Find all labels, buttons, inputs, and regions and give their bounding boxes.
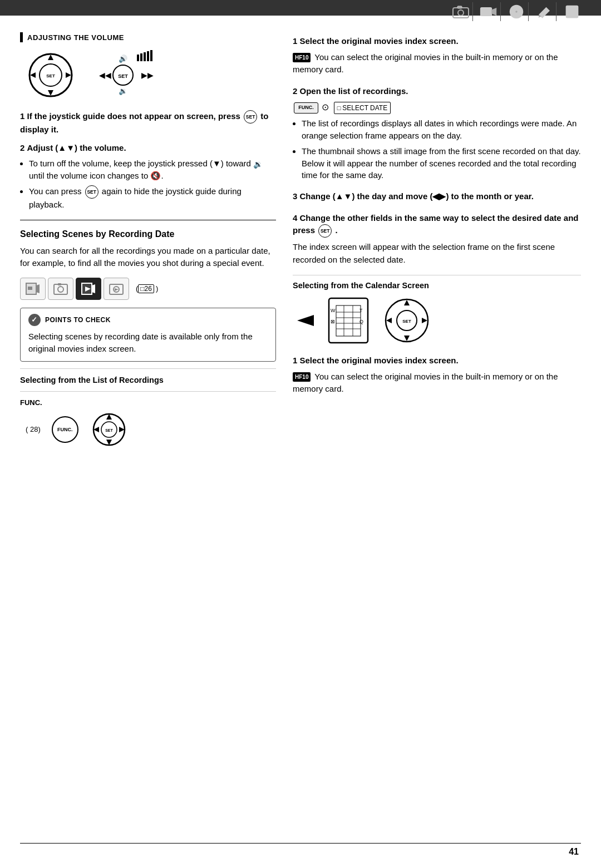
svg-rect-26 — [140, 53, 142, 61]
adjusting-volume-heading: Adjusting the Volume — [20, 32, 276, 42]
page-content: Adjusting the Volume SET 🔊 — [0, 16, 601, 471]
step-1-text: If the joystick guide does not appear on… — [20, 111, 268, 134]
right-step-3-bold: 3 Change (▲▼) the day and move (◀▶) to t… — [293, 190, 581, 203]
mode-icon-playback — [76, 278, 101, 300]
svg-rect-0 — [453, 8, 469, 18]
svg-point-7 — [515, 11, 518, 13]
calendar-diagram: W ⊠ T Q SET — [293, 295, 581, 346]
right-step-4-bold: 4 Change the other fields in the same wa… — [293, 212, 581, 238]
set-btn-step4: SET — [318, 224, 332, 238]
right-step-2-bullets: The list of recordings displays all date… — [302, 117, 581, 181]
right-step-4-body: The index screen will appear with the se… — [293, 241, 581, 266]
func-btn-step2: FUNC. — [294, 102, 318, 114]
joystick-diagram: SET — [26, 50, 76, 100]
svg-rect-33 — [54, 284, 67, 294]
mode-icon-photo — [48, 278, 73, 300]
icon-video-camera — [476, 2, 501, 21]
step-1-volume: 1 If the joystick guide does not appear … — [20, 110, 276, 136]
svg-rect-27 — [144, 52, 146, 61]
set-button-inline: SET — [244, 110, 257, 124]
mute-icon: 🔇 — [150, 171, 161, 180]
right-bullet-1: The list of recordings displays all date… — [302, 117, 581, 142]
svg-rect-32 — [28, 287, 32, 290]
left-column: Adjusting the Volume SET 🔊 — [20, 32, 276, 455]
svg-marker-18 — [66, 72, 71, 78]
right-bullet-2: The thumbnail shows a still image from t… — [302, 145, 581, 181]
svg-marker-48 — [119, 427, 125, 432]
svg-marker-15 — [48, 55, 53, 60]
right-step-2-num: 2 — [293, 86, 300, 96]
svg-marker-67 — [386, 318, 392, 323]
svg-text:🔉: 🔉 — [119, 86, 128, 96]
svg-rect-25 — [137, 55, 139, 61]
joystick-calendar: SET — [382, 295, 432, 346]
mode-icons-row: (□ 26) — [20, 278, 276, 300]
page-ref-28: ( 28) — [26, 425, 41, 433]
right-step-1-num: 1 — [293, 36, 300, 46]
svg-marker-66 — [404, 336, 410, 341]
calendar-body-icon: W ⊠ T Q — [326, 295, 371, 346]
right-step-1-bold: 1 Select the original movies index scree… — [293, 35, 581, 48]
svg-text:SET: SET — [118, 73, 128, 79]
icon-camera — [449, 2, 473, 21]
step-1-num: 1 — [20, 111, 24, 121]
right-step-4: 4 Change the other fields in the same wa… — [293, 212, 581, 267]
joystick-small: SET — [90, 410, 129, 449]
svg-marker-17 — [30, 72, 36, 78]
bullet-2: You can press SET again to hide the joys… — [29, 185, 276, 211]
top-bar — [0, 0, 601, 16]
hf10-badge-2: HF10 — [293, 372, 311, 382]
icon-edit — [532, 2, 556, 21]
calendar-screen-heading: Selecting from the Calendar Screen — [293, 275, 581, 290]
right-step-2-bold: 2 Open the list of recordings. — [293, 85, 581, 98]
speaker-low-icon: 🔉 — [253, 160, 263, 169]
right-step-1-body: HF10 You can select the original movies … — [293, 51, 581, 76]
svg-text:⊠: ⊠ — [331, 319, 335, 324]
cal-step-1: 1 Select the original movies index scree… — [293, 354, 581, 396]
bullet-1: To turn off the volume, keep the joystic… — [29, 157, 276, 182]
icon-book — [560, 2, 584, 21]
icon-disc — [504, 2, 529, 21]
svg-marker-41 — [115, 288, 119, 291]
points-check-header: ✓ Points to Check — [28, 314, 268, 326]
book-ref-26: □ 26 — [138, 284, 154, 293]
right-step-4-num: 4 — [293, 213, 300, 223]
top-icons — [449, 2, 584, 21]
right-step-2-func-line: FUNC. ⊙ □ SELECT DATE — [293, 101, 581, 114]
right-step-2: 2 Open the list of recordings. FUNC. ⊙ □… — [293, 85, 581, 182]
points-to-check-box: ✓ Points to Check Selecting scenes by re… — [20, 308, 276, 362]
svg-marker-68 — [422, 318, 427, 323]
svg-rect-3 — [480, 8, 491, 16]
points-check-title: Points to Check — [45, 316, 111, 324]
svg-point-1 — [458, 10, 464, 16]
step-2-bullets: To turn off the volume, keep the joystic… — [29, 157, 276, 211]
step-2-volume: 2 Adjust (▲▼) the volume. To turn off th… — [20, 142, 276, 211]
step-2-num: 2 — [20, 143, 24, 152]
selecting-scenes-body: You can search for all the recordings yo… — [20, 245, 276, 270]
divider-1 — [20, 220, 276, 220]
selecting-list-heading: Selecting from the List of Recordings — [20, 376, 276, 384]
svg-rect-28 — [147, 51, 149, 61]
svg-rect-29 — [150, 50, 152, 61]
right-column: 1 Select the original movies index scree… — [293, 32, 581, 455]
svg-rect-2 — [457, 6, 462, 8]
select-date-box: □ SELECT DATE — [334, 102, 391, 114]
func-diagram: ( 28) FUNC. SET — [26, 410, 276, 449]
svg-text:◀◀: ◀◀ — [99, 71, 111, 80]
book-icon: □ — [337, 103, 341, 113]
volume-control-diagram: 🔊 ◀◀ SET ▶▶ 🔉 — [92, 50, 154, 100]
adjusting-volume-title: Adjusting the Volume — [27, 33, 124, 42]
set-btn-bullet2: SET — [85, 185, 98, 199]
circle-icon-step2: ⊙ — [322, 102, 331, 112]
check-circle-icon: ✓ — [28, 314, 41, 326]
left-arrow-icon — [293, 309, 315, 332]
svg-marker-31 — [36, 284, 40, 293]
right-step-1: 1 Select the original movies index scree… — [293, 35, 581, 76]
func-label: FUNC. — [20, 398, 276, 407]
mode-ref: (□ 26) — [136, 284, 158, 293]
mode-icon-movie — [20, 278, 46, 300]
page-number: 41 — [569, 847, 579, 857]
right-step-3: 3 Change (▲▼) the day and move (◀▶) to t… — [293, 190, 581, 203]
svg-marker-65 — [404, 300, 410, 305]
svg-rect-55 — [336, 305, 361, 336]
